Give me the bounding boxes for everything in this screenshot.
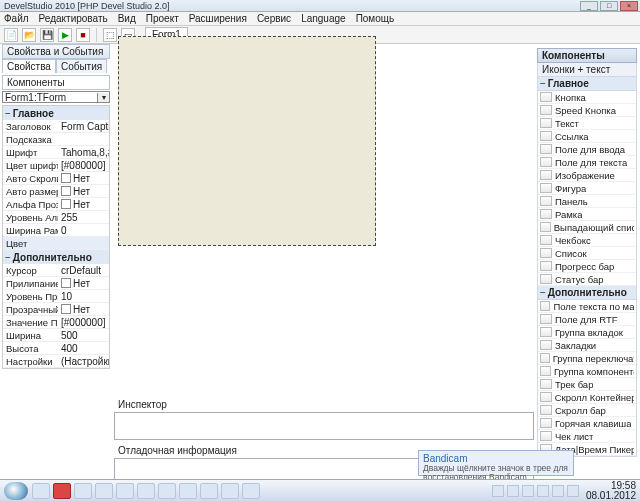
- menu-project[interactable]: Проект: [146, 13, 179, 24]
- palette-group[interactable]: Главное: [538, 77, 636, 91]
- property-value[interactable]: Нет: [58, 304, 109, 315]
- palette-item[interactable]: Чек лист: [538, 430, 636, 443]
- palette-item[interactable]: Поле для ввода: [538, 143, 636, 156]
- palette-item[interactable]: Текст: [538, 117, 636, 130]
- palette-item[interactable]: Скролл Контейнер: [538, 391, 636, 404]
- minimize-button[interactable]: _: [580, 1, 598, 11]
- checkbox-icon[interactable]: [61, 173, 71, 183]
- property-row[interactable]: Цвет: [3, 237, 109, 250]
- property-value[interactable]: 500: [58, 330, 109, 341]
- close-button[interactable]: ×: [620, 1, 638, 11]
- run-icon[interactable]: ▶: [58, 28, 72, 42]
- property-row[interactable]: Ширина Рамки0: [3, 224, 109, 237]
- property-row[interactable]: Значение Пр...[#000000]: [3, 316, 109, 329]
- tray-icon[interactable]: [537, 485, 549, 497]
- property-row[interactable]: Цвет шрифта[#080000]: [3, 159, 109, 172]
- property-row[interactable]: Прилипание ...Нет: [3, 277, 109, 290]
- menu-extensions[interactable]: Расширения: [189, 13, 247, 24]
- property-row[interactable]: Альфа Прозр...Нет: [3, 198, 109, 211]
- task-icon[interactable]: [116, 483, 134, 499]
- property-row[interactable]: Уровень Аль...255: [3, 211, 109, 224]
- property-row[interactable]: Авто СкролингНет: [3, 172, 109, 185]
- tray-icon[interactable]: [492, 485, 504, 497]
- property-value[interactable]: [#080000]: [58, 160, 109, 171]
- property-value[interactable]: Нет: [58, 173, 109, 184]
- taskbar-clock[interactable]: 19:58 08.01.2012: [586, 481, 636, 501]
- property-value[interactable]: 10: [58, 291, 109, 302]
- palette-group[interactable]: Дополнительно: [538, 286, 636, 300]
- task-icon[interactable]: [179, 483, 197, 499]
- tab-properties[interactable]: Свойства: [2, 59, 56, 73]
- inspector-box[interactable]: [114, 412, 534, 440]
- palette-item[interactable]: Список: [538, 247, 636, 260]
- property-value[interactable]: Tahoma,8,#080000: [58, 147, 109, 158]
- property-value[interactable]: Нет: [58, 186, 109, 197]
- checkbox-icon[interactable]: [61, 186, 71, 196]
- palette-item[interactable]: Поле текста по маске: [538, 300, 636, 313]
- save-icon[interactable]: 💾: [40, 28, 54, 42]
- checkbox-icon[interactable]: [61, 304, 71, 314]
- property-row[interactable]: КурсорcrDefault: [3, 264, 109, 277]
- new-icon[interactable]: 📄: [4, 28, 18, 42]
- tray-icon[interactable]: [552, 485, 564, 497]
- task-icon[interactable]: [137, 483, 155, 499]
- palette-subtitle[interactable]: Иконки + текст: [537, 63, 637, 77]
- menu-service[interactable]: Сервис: [257, 13, 291, 24]
- task-icon[interactable]: [74, 483, 92, 499]
- property-value[interactable]: (Настройки): [58, 356, 109, 367]
- task-icon[interactable]: [95, 483, 113, 499]
- checkbox-icon[interactable]: [61, 278, 71, 288]
- palette-item[interactable]: Статус бар: [538, 273, 636, 286]
- palette-item[interactable]: Группа вкладок: [538, 326, 636, 339]
- form-designer-canvas[interactable]: [118, 36, 376, 246]
- palette-item[interactable]: Рамка: [538, 208, 636, 221]
- property-row[interactable]: Прозрачный ...Нет: [3, 303, 109, 316]
- task-icon[interactable]: [53, 483, 71, 499]
- task-icon[interactable]: [158, 483, 176, 499]
- property-row[interactable]: Высота400: [3, 342, 109, 355]
- property-value[interactable]: 255: [58, 212, 109, 223]
- property-value[interactable]: Нет: [58, 199, 109, 210]
- property-row[interactable]: Уровень При...10: [3, 290, 109, 303]
- start-button[interactable]: [4, 482, 28, 500]
- property-value[interactable]: Нет: [58, 278, 109, 289]
- property-group[interactable]: Главное: [3, 106, 109, 120]
- palette-item[interactable]: Выпадающий список: [538, 221, 636, 234]
- palette-item[interactable]: Горячая клавиша: [538, 417, 636, 430]
- property-row[interactable]: ЗаголовокForm Caption: [3, 120, 109, 133]
- palette-item[interactable]: Группа переключателей: [538, 352, 636, 365]
- palette-item[interactable]: Поле для RTF: [538, 313, 636, 326]
- tab-events[interactable]: События: [56, 59, 107, 73]
- property-value[interactable]: [#000000]: [58, 317, 109, 328]
- palette-item[interactable]: Прогресс бар: [538, 260, 636, 273]
- property-value[interactable]: Form Caption: [58, 121, 109, 132]
- menu-edit[interactable]: Редактировать: [39, 13, 108, 24]
- tray-icon[interactable]: [507, 485, 519, 497]
- menu-file[interactable]: Файл: [4, 13, 29, 24]
- palette-item[interactable]: Группа компонентов: [538, 365, 636, 378]
- palette-item[interactable]: Фигура: [538, 182, 636, 195]
- property-value[interactable]: 400: [58, 343, 109, 354]
- component-selector[interactable]: Form1:TForm ▾: [2, 91, 110, 103]
- property-value[interactable]: crDefault: [58, 265, 109, 276]
- task-icon[interactable]: [200, 483, 218, 499]
- tray-icon[interactable]: [567, 485, 579, 497]
- property-row[interactable]: Ширина500: [3, 329, 109, 342]
- property-row[interactable]: Подсказка: [3, 133, 109, 146]
- task-icon[interactable]: [242, 483, 260, 499]
- chevron-down-icon[interactable]: ▾: [97, 93, 109, 102]
- maximize-button[interactable]: □: [600, 1, 618, 11]
- stop-icon[interactable]: ■: [76, 28, 90, 42]
- task-icon[interactable]: [32, 483, 50, 499]
- palette-item[interactable]: Скролл бар: [538, 404, 636, 417]
- tray-icon[interactable]: [522, 485, 534, 497]
- menu-language[interactable]: Language: [301, 13, 346, 24]
- menu-help[interactable]: Помощь: [356, 13, 395, 24]
- palette-item[interactable]: Кнопка: [538, 91, 636, 104]
- property-row[interactable]: Авто размерНет: [3, 185, 109, 198]
- palette-item[interactable]: Панель: [538, 195, 636, 208]
- palette-item[interactable]: Трек бар: [538, 378, 636, 391]
- palette-item[interactable]: Изображение: [538, 169, 636, 182]
- checkbox-icon[interactable]: [61, 199, 71, 209]
- menu-view[interactable]: Вид: [118, 13, 136, 24]
